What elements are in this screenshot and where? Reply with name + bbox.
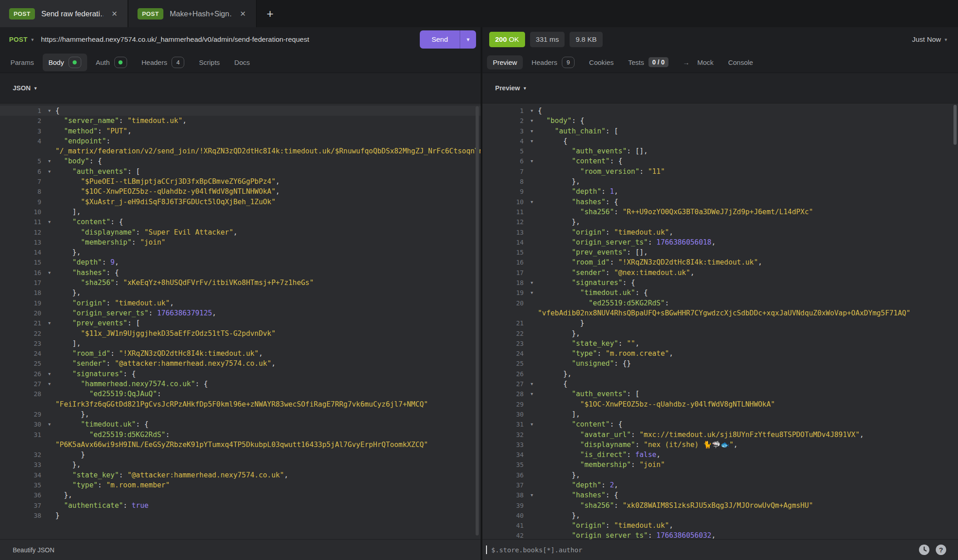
tab-auth[interactable]: Auth — [90, 54, 133, 71]
code-text[interactable]: ], — [538, 409, 958, 419]
close-icon[interactable]: ✕ — [238, 8, 248, 20]
tab-scripts[interactable]: Scripts — [193, 55, 226, 69]
fold-toggle-icon[interactable]: ▼ — [44, 217, 55, 227]
jsonpath-filter[interactable]: $.store.books[*].author ? — [482, 544, 958, 556]
code-text[interactable]: "content": { — [538, 156, 958, 166]
code-text[interactable]: "room_id": "!XRqZN3zQD2dtHc8I4k:timedout… — [538, 257, 958, 267]
code-text[interactable]: "sender": "@attacker:hammerhead.nexy7574… — [55, 359, 481, 368]
fold-toggle-icon[interactable]: ▼ — [526, 156, 538, 166]
code-text[interactable]: } — [55, 450, 481, 460]
code-text[interactable]: "auth_events": [ — [55, 167, 481, 177]
fold-toggle-icon[interactable]: ▼ — [526, 136, 538, 146]
code-text[interactable]: "timedout.uk": { — [538, 288, 958, 298]
request-body-editor[interactable]: 1▼{2 "server_name": "timedout.uk",3 "met… — [0, 103, 481, 539]
code-text[interactable]: "membership": "join" — [538, 460, 958, 470]
fold-toggle-icon[interactable]: ▼ — [44, 379, 55, 389]
code-text[interactable]: { — [538, 106, 958, 116]
code-text[interactable]: "signatures": { — [538, 278, 958, 288]
scrollbar-thumb[interactable] — [953, 105, 957, 145]
fold-toggle-icon[interactable]: ▼ — [44, 268, 55, 278]
tab-body[interactable]: Body — [43, 54, 87, 71]
fold-toggle-icon[interactable]: ▼ — [44, 106, 55, 116]
code-text[interactable]: }, — [538, 369, 958, 379]
code-text[interactable]: "hashes": { — [538, 197, 958, 207]
code-text[interactable]: "$XuAstr_j-eH9diSqF8J6T3FGDUct5lOqXjBeh_… — [55, 197, 481, 207]
code-text[interactable]: "membership": "join" — [55, 237, 481, 247]
code-text[interactable]: "prev_events": [], — [538, 247, 958, 257]
tab-console[interactable]: Console — [722, 55, 759, 69]
send-options-dropdown[interactable]: ▼ — [460, 30, 476, 49]
code-text[interactable]: "displayname": "Super Evil Attacker", — [55, 227, 481, 237]
code-text[interactable]: "$PueOEI--tLBmjptjaCCrj3D3fxBpCBmveZY6Gg… — [55, 177, 481, 187]
tab-response-headers[interactable]: Headers 9 — [526, 54, 580, 71]
code-text[interactable]: "is_direct": false, — [538, 450, 958, 460]
code-text[interactable]: }, — [55, 247, 481, 257]
url-input[interactable]: https://hammerhead.nexy7574.co.uk/_hamme… — [41, 35, 420, 44]
code-text[interactable]: "content": { — [538, 419, 958, 429]
response-body-viewer[interactable]: 1▼{2▼ "body": {3▼ "auth_chain": [4▼ {5 "… — [482, 103, 958, 539]
code-text[interactable]: } — [55, 511, 481, 521]
code-text[interactable]: "auth_chain": [ — [538, 126, 958, 136]
code-text[interactable]: "$11x_JW1n9UjggjhekD35aEfFzOdz51tTS-G2pd… — [55, 329, 481, 339]
fold-toggle-icon[interactable]: ▼ — [526, 126, 538, 136]
code-text[interactable]: "sha256": "xk0Z8WAIM8S1zksRJU5xBqg3J/MJO… — [538, 501, 958, 511]
code-text[interactable]: "body": { — [538, 116, 958, 126]
code-text[interactable]: "auth_events": [], — [538, 146, 958, 156]
code-text[interactable]: }, — [538, 217, 958, 227]
code-text[interactable]: }, — [538, 511, 958, 521]
code-text[interactable]: "origin": "timedout.uk", — [55, 298, 481, 308]
code-text[interactable]: "origin": "timedout.uk", — [538, 521, 958, 531]
tab-params[interactable]: Params — [5, 55, 40, 69]
code-text[interactable]: "body": { — [55, 156, 481, 166]
send-button[interactable]: Send ▼ — [420, 30, 476, 49]
code-text[interactable]: "avatar_url": "mxc://timedout.uk/sji8UYn… — [538, 430, 958, 440]
fold-toggle-icon[interactable]: ▼ — [526, 278, 538, 288]
code-text[interactable]: "depth": 2, — [538, 480, 958, 490]
code-text[interactable]: "state_key": "", — [538, 339, 958, 349]
jsonpath-filter-input[interactable]: $.store.books[*].author — [491, 546, 914, 554]
filter-history-icon[interactable] — [918, 544, 930, 556]
fold-toggle-icon[interactable]: ▼ — [526, 116, 538, 126]
code-text[interactable]: }, — [55, 409, 481, 419]
tab-docs[interactable]: Docs — [228, 55, 255, 69]
fold-toggle-icon[interactable]: ▼ — [526, 106, 538, 116]
fold-toggle-icon[interactable]: ▼ — [526, 389, 538, 399]
fold-toggle-icon[interactable]: ▼ — [526, 379, 538, 389]
fold-toggle-icon[interactable]: ▼ — [526, 197, 538, 207]
code-text[interactable]: ], — [55, 339, 481, 349]
fold-toggle-icon[interactable]: ▼ — [44, 419, 55, 429]
request-tab-send-raw-federation[interactable]: POST Send raw federati… ✕ — [0, 0, 128, 27]
fold-toggle-icon[interactable]: ▼ — [526, 288, 538, 298]
code-text[interactable]: }, — [538, 177, 958, 187]
code-text[interactable]: "room_id": "!XRqZN3zQD2dtHc8I4k:timedout… — [55, 349, 481, 359]
method-select[interactable]: POST — [9, 36, 28, 43]
code-text[interactable]: "authenticate": true — [55, 501, 481, 511]
code-text[interactable]: "sender": "@nex:timedout.uk", — [538, 268, 958, 278]
tab-tests[interactable]: Tests 0 / 0 — [622, 54, 674, 70]
fold-toggle-icon[interactable]: ▼ — [44, 156, 55, 166]
fold-toggle-icon[interactable]: ▼ — [44, 369, 55, 379]
response-view-selector[interactable]: Preview ▾ — [482, 73, 958, 103]
fold-toggle-icon[interactable]: ▼ — [44, 167, 55, 177]
code-text[interactable]: "hashes": { — [538, 490, 958, 500]
code-text[interactable]: "timedout.uk": { — [55, 419, 481, 429]
code-text[interactable]: "unsigned": {} — [538, 359, 958, 368]
fold-toggle-icon[interactable]: ▼ — [526, 490, 538, 500]
code-text[interactable]: "state_key": "@attacker:hammerhead.nexy7… — [55, 470, 481, 480]
code-text[interactable]: "ed25519:d5KG2RdS": "vfebAdib02nx8NUV4Rh… — [538, 298, 958, 319]
code-text[interactable]: "hashes": { — [55, 268, 481, 278]
code-text[interactable]: "$1OC-XnwPEOZ5bz--qUahdbz-y04lfWdV8gNTLN… — [538, 399, 958, 409]
code-text[interactable]: "depth": 9, — [55, 257, 481, 267]
code-text[interactable]: "$1OC-XnwPEOZ5bz--qUahdbz-y04lfWdV8gNTLN… — [55, 187, 481, 196]
code-text[interactable]: "type": "m.room.create", — [538, 349, 958, 359]
code-text[interactable]: "endpoint": "/_matrix/federation/v2/send… — [55, 136, 481, 157]
code-text[interactable]: ], — [55, 207, 481, 217]
code-text[interactable]: "origin_server_ts": 1766386379125, — [55, 308, 481, 318]
code-text[interactable]: }, — [55, 288, 481, 298]
code-text[interactable]: "content": { — [55, 217, 481, 227]
help-icon[interactable]: ? — [935, 544, 947, 556]
close-icon[interactable]: ✕ — [110, 8, 119, 20]
code-text[interactable]: "ed25519:QqJAuQ": "FeiIrk3fz6qGGtDd821Pg… — [55, 389, 481, 409]
body-language-selector[interactable]: JSON ▾ — [0, 73, 481, 103]
code-text[interactable]: "type": "m.room.member" — [55, 480, 481, 490]
